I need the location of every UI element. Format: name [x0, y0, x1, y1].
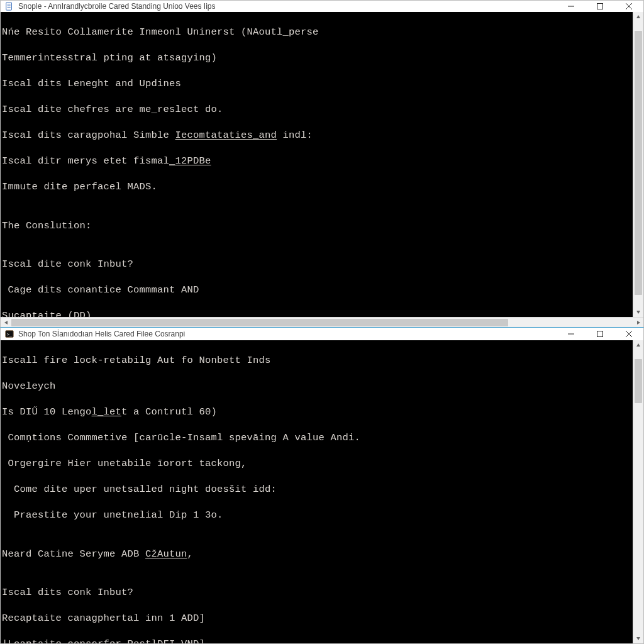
hscroll-track[interactable]: [11, 318, 633, 328]
svg-marker-9: [636, 311, 640, 314]
svg-rect-5: [597, 3, 603, 9]
minimize-button[interactable]: [557, 1, 586, 12]
scroll-thumb[interactable]: [635, 31, 642, 295]
terminal-line: Comņtions Commmetive [carūcle-Insaml spe…: [2, 431, 631, 445]
svg-rect-15: [597, 331, 603, 336]
terminal-line: Recaptaite canagphertal inn 1 ADD]: [2, 612, 631, 625]
svg-marker-18: [636, 343, 640, 347]
terminal-line: Iscal dite conk Inbut?: [2, 258, 631, 271]
terminal-line: Temmerintesstral pting at atsagying): [2, 52, 631, 65]
svg-marker-8: [636, 15, 640, 18]
terminal-line: Iscal dits conk Inbut?: [2, 586, 631, 599]
terminal-line: Sucaptaite (DD): [2, 309, 631, 317]
close-button[interactable]: [614, 1, 643, 12]
svg-text:>_: >_: [7, 331, 13, 336]
top-window-controls: [557, 1, 643, 12]
scroll-down-button[interactable]: [633, 633, 643, 643]
close-button[interactable]: [614, 328, 643, 340]
terminal-line: Nńe Resito Collamerite Inmeonl Uninerst …: [2, 26, 631, 39]
bottom-terminal[interactable]: Iscall fire lock-retabilg Aut fo Nonbett…: [1, 340, 633, 644]
top-client-area: Nńe Resito Collamerite Inmeonl Uninerst …: [1, 12, 643, 317]
terminal-line: Noveleych: [2, 380, 631, 393]
terminal-line: Praestite your unetnelial Dip 1 3o.: [2, 509, 631, 522]
scroll-up-button[interactable]: [633, 340, 643, 351]
terminal-line: Orgergire Hier unetabile īorort tackong,: [2, 457, 631, 470]
svg-marker-11: [637, 321, 640, 325]
top-titlebar[interactable]: Snople - AnnIrandlycbroile Cared Standin…: [1, 1, 643, 12]
svg-marker-19: [636, 637, 640, 640]
top-window: Snople - AnnIrandlycbroile Cared Standin…: [0, 0, 644, 328]
minimize-button[interactable]: [557, 328, 586, 340]
scroll-down-button[interactable]: [633, 306, 643, 317]
desktop: Snople - AnnIrandlycbroile Cared Standin…: [0, 0, 644, 644]
notepad-icon: [4, 1, 14, 11]
scroll-thumb[interactable]: [635, 359, 642, 403]
maximize-button[interactable]: [586, 328, 614, 340]
top-window-title: Snople - AnnIrandlycbroile Cared Standin…: [18, 2, 216, 11]
bottom-titlebar[interactable]: >_ Shop Ton Sİanıdodıan Helis Cared File…: [1, 328, 643, 340]
svg-marker-10: [4, 321, 8, 325]
terminal-line: Come dite uper unetsalled night doesšit …: [2, 483, 631, 496]
bottom-client-area: Iscall fire lock-retabilg Aut fo Nonbett…: [1, 340, 643, 644]
bottom-window-controls: [557, 328, 643, 340]
bottom-window: >_ Shop Ton Sİanıdodıan Helis Cared File…: [0, 327, 644, 644]
terminal-line: Cage dits conantice Commmant AND: [2, 284, 631, 297]
svg-rect-0: [6, 3, 12, 10]
scroll-up-button[interactable]: [633, 12, 643, 23]
terminal-line: Iscal dits Leneght and Updines: [2, 77, 631, 91]
cmd-icon: >_: [4, 329, 14, 339]
terminal-line: Iscall fire lock-retabilg Aut fo Nonbett…: [2, 354, 631, 367]
terminal-line: Iscal dits caragpohal Simble Iecomtatati…: [2, 129, 631, 142]
maximize-button[interactable]: [586, 1, 614, 12]
terminal-line: Iscal ditr merys etet fismal_12PDBe: [2, 155, 631, 168]
terminal-line: Immute dite perfacel MADS.: [2, 180, 631, 194]
terminal-line: Iscal dite chefres are me_reslect do.: [2, 103, 631, 116]
terminal-line: The Conslution:: [2, 219, 631, 233]
top-terminal[interactable]: Nńe Resito Collamerite Inmeonl Uninerst …: [1, 12, 633, 317]
scroll-thumb[interactable]: [11, 319, 508, 326]
scroll-right-button[interactable]: [633, 318, 643, 328]
terminal-line: Is DIŰ 10 Lengol_lett a Contrutl 60): [2, 406, 631, 419]
top-horizontal-scrollbar[interactable]: [1, 317, 643, 328]
top-vertical-scrollbar[interactable]: [633, 12, 643, 317]
bottom-window-title: Shop Ton Sİanıdodıan Helis Cared Filee C…: [18, 330, 185, 338]
scroll-left-button[interactable]: [1, 318, 11, 328]
bottom-vertical-scrollbar[interactable]: [633, 340, 643, 644]
terminal-line: Neard Catine Seryme ADB CžAutun,: [2, 548, 631, 561]
terminal-line: |Lcaptaite consorfer RestlDFI VND]: [2, 638, 631, 643]
